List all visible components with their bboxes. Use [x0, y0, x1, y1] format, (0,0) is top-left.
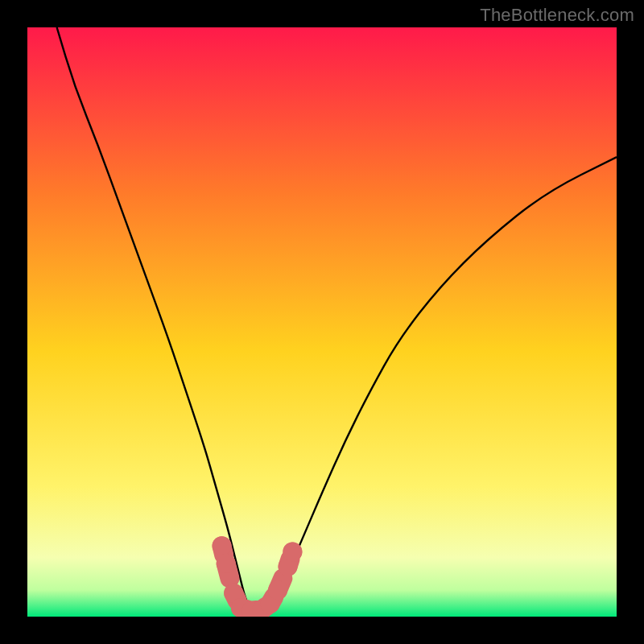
watermark-text: TheBottleneck.com [480, 5, 634, 26]
marker-dot [283, 542, 302, 561]
plot-area [27, 27, 617, 617]
marker-dot [217, 554, 236, 573]
chart-frame: TheBottleneck.com [0, 0, 644, 644]
gradient-background [27, 27, 617, 617]
bottleneck-chart [27, 27, 617, 617]
marker-dot [213, 536, 232, 555]
marker-dot [268, 580, 287, 600]
